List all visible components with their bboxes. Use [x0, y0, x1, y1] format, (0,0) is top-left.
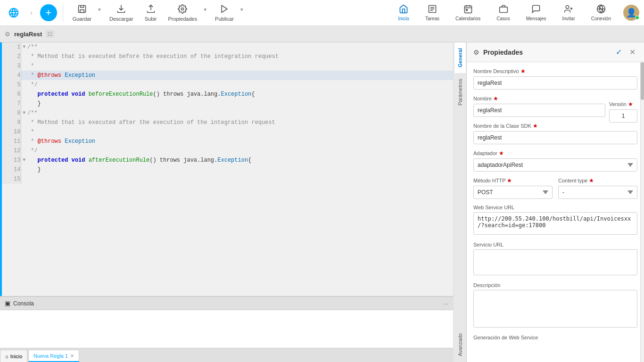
version-field: Versión ★	[609, 101, 637, 123]
nav-invitar[interactable]: Invitar	[559, 2, 579, 23]
svg-point-16	[566, 6, 569, 9]
metodo-http-field: Método HTTP ★ POST	[473, 177, 553, 199]
descargar-label: Descargar	[109, 16, 133, 22]
code-line-content: protected void beforeExecutionRule() thr…	[27, 90, 453, 99]
code-line-content: * Method that is executed after the exec…	[27, 118, 453, 127]
close-tab-button[interactable]: ×	[70, 352, 74, 359]
plus-icon: +	[45, 8, 51, 18]
properties-check-button[interactable]: ✓	[614, 47, 624, 58]
fold-arrow[interactable]	[21, 174, 27, 184]
fold-arrow[interactable]	[21, 61, 27, 71]
save-icon	[77, 4, 87, 15]
back-nav-button[interactable]	[5, 6, 23, 20]
adaptador-select[interactable]: adaptadorApiRest	[473, 158, 637, 172]
line-num: 9	[2, 118, 21, 127]
propiedades-button[interactable]: Propiedades	[164, 2, 201, 24]
console-header: ▣ Consola ···	[0, 297, 453, 310]
fold-arrow[interactable]	[21, 137, 27, 146]
nombre-clase-sdk-required: ★	[533, 123, 538, 129]
nombre-clase-sdk-label: Nombre de la Clase SDK ★	[473, 123, 637, 129]
home-tab-label: Inicio	[10, 354, 23, 359]
nav-conexion[interactable]: Conexión	[587, 2, 615, 23]
content-type-required: ★	[589, 177, 594, 184]
metodo-http-select[interactable]: POST	[473, 186, 553, 199]
guardar-arrow[interactable]: ▼	[97, 7, 102, 12]
fold-arrow[interactable]: ▼	[21, 156, 27, 165]
console-area: ▣ Consola ···	[0, 296, 453, 348]
version-required: ★	[628, 101, 633, 107]
fold-arrow[interactable]	[21, 90, 27, 99]
line-num: 12	[2, 146, 21, 156]
toolbar-right: Inicio Tareas	[395, 2, 639, 23]
code-area[interactable]: 1▼/**2 * Method that is executed before …	[0, 42, 453, 296]
line-num: 1	[2, 42, 21, 52]
fold-arrow[interactable]: ▼	[21, 108, 27, 118]
servicio-url-input[interactable]	[473, 249, 637, 275]
code-line-content: */	[27, 80, 453, 90]
toolbar: › + Guardar ▼	[0, 0, 644, 26]
version-input[interactable]	[609, 109, 637, 123]
nombre-input[interactable]	[473, 104, 605, 117]
line-num: 2	[2, 52, 21, 61]
scrollbar-thumb[interactable]	[641, 62, 644, 100]
nav-mensajes[interactable]: Mensajes	[522, 2, 550, 23]
publicar-arrow[interactable]: ▼	[239, 7, 244, 12]
nombre-descriptivo-field: Nombre Descriptivo ★	[473, 68, 637, 90]
propiedades-arrow[interactable]: ▼	[203, 7, 207, 12]
properties-close-button[interactable]: ✕	[627, 47, 637, 58]
fold-arrow[interactable]	[21, 80, 27, 90]
adaptador-required: ★	[499, 150, 504, 156]
descripcion-field: Descripción	[473, 282, 637, 329]
nav-inicio[interactable]: Inicio	[395, 2, 413, 23]
tab-home[interactable]: ⌂ Inicio	[0, 350, 27, 362]
console-menu-button[interactable]: ···	[443, 300, 448, 307]
content-type-select[interactable]: -	[558, 186, 637, 199]
line-num: 8	[2, 108, 21, 118]
propiedades-label: Propiedades	[168, 16, 197, 22]
nombre-clase-sdk-field: Nombre de la Clase SDK ★	[473, 123, 637, 144]
side-tab-avanzado[interactable]: Avanzado	[454, 328, 466, 362]
version-label: Versión ★	[609, 101, 637, 107]
add-button[interactable]: +	[40, 4, 57, 21]
fold-arrow[interactable]	[21, 127, 27, 137]
fold-arrow[interactable]	[21, 71, 27, 80]
home-tab-icon: ⌂	[5, 354, 8, 359]
nav-casos[interactable]: Casos	[493, 2, 513, 23]
side-tabs: General Parámetros Avanzado	[454, 42, 467, 362]
user-avatar-wrapper[interactable]: 👤	[623, 5, 639, 21]
descripcion-input[interactable]	[473, 290, 637, 328]
subir-button[interactable]: Subir	[141, 2, 161, 24]
nav-invitar-label: Invitar	[562, 16, 575, 21]
calendar-icon	[463, 4, 473, 15]
web-service-url-input[interactable]	[473, 212, 637, 235]
tab-nueva-regla[interactable]: Nueva Regla 1 ×	[28, 350, 79, 362]
publicar-button[interactable]: Publicar	[211, 2, 238, 24]
nav-conexion-label: Conexión	[591, 16, 611, 21]
side-tab-parametros-label: Parámetros	[457, 79, 463, 106]
servicio-url-label: Servicio URL	[473, 242, 637, 247]
nav-calendarios[interactable]: Calendarios	[452, 2, 484, 23]
forward-nav-button[interactable]: ›	[26, 7, 36, 18]
side-tab-parametros[interactable]: Parámetros	[454, 73, 466, 111]
fold-arrow[interactable]: ▼	[21, 42, 27, 52]
code-line-content	[27, 174, 453, 184]
fold-arrow[interactable]	[21, 52, 27, 61]
guardar-button[interactable]: Guardar	[69, 2, 95, 24]
console-icon: ▣	[5, 300, 10, 307]
descargar-button[interactable]: Descargar	[106, 2, 137, 24]
adaptador-label: Adaptador ★	[473, 150, 637, 156]
breadcrumb-title: reglaRest	[14, 31, 42, 38]
side-tab-general[interactable]: General	[454, 42, 466, 73]
side-tab-avanzado-label: Avanzado	[457, 333, 463, 356]
nombre-clase-sdk-input[interactable]	[473, 131, 637, 144]
nav-inicio-label: Inicio	[398, 16, 409, 21]
nav-tareas[interactable]: Tareas	[421, 2, 443, 23]
nombre-descriptivo-input[interactable]	[473, 76, 637, 90]
fold-arrow[interactable]	[21, 146, 27, 156]
properties-panel: ⚙ Propiedades ✓ ✕ Nombre Descriptivo ★	[467, 42, 644, 362]
nombre-field: Nombre ★	[473, 95, 605, 117]
fold-arrow[interactable]	[21, 99, 27, 108]
web-service-url-field: Web Service URL	[473, 205, 637, 236]
fold-arrow[interactable]	[21, 118, 27, 127]
fold-arrow[interactable]	[21, 165, 27, 174]
